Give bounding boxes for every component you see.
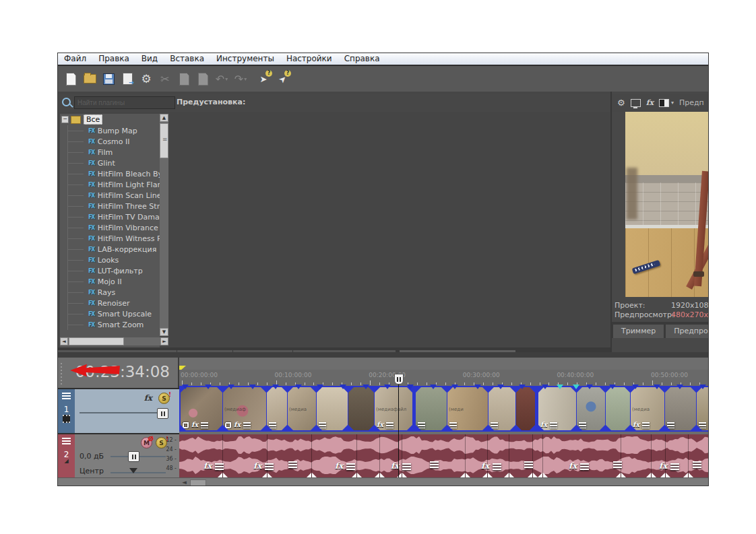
cut-icon[interactable]: ✂ [158, 71, 172, 86]
redo-icon[interactable]: ↷▾ [233, 71, 248, 86]
timeline-divider[interactable] [58, 352, 708, 358]
plugin-item[interactable]: FXSmart Upscale [60, 308, 160, 319]
plugin-item[interactable]: FXRays [60, 287, 160, 298]
fx-icon[interactable]: fx [540, 421, 547, 428]
plugin-item[interactable]: FXGlint [60, 158, 160, 168]
composite-level-slider[interactable] [80, 412, 164, 413]
volume-knob[interactable] [128, 451, 139, 462]
plugin-item[interactable]: FXHitFilm Light Flares [60, 179, 160, 190]
menu-icon[interactable] [402, 463, 411, 471]
fx-icon[interactable]: fx [253, 461, 261, 471]
track-fx-icon[interactable]: fx [144, 393, 152, 403]
menu-icon[interactable] [693, 461, 701, 469]
plugin-item[interactable]: FXHitFilm Bleach Byp [60, 168, 160, 179]
plugin-item[interactable]: FXSmart Zoom [60, 319, 160, 330]
plugin-item[interactable]: FXHitFilm Witness Pr [60, 233, 160, 244]
menu-icon[interactable] [346, 463, 355, 471]
menu-icon[interactable] [642, 422, 650, 428]
whats-this-help-icon[interactable]: ➤? [275, 71, 290, 86]
timeline-lanes[interactable]: 00:00:00:0000:10:00:0000:20:00:0000:30:0… [179, 358, 709, 486]
tree-vertical-scrollbar[interactable]: ▲ ▼ [160, 114, 168, 336]
drag-grip-icon[interactable] [61, 363, 62, 385]
menu-icon[interactable] [201, 422, 208, 428]
fx-icon[interactable]: fx [191, 421, 198, 428]
vertical-scroll-thumb[interactable] [160, 123, 168, 158]
plugin-item[interactable]: FXCosmo II [60, 136, 160, 147]
fx-icon[interactable]: fx [335, 461, 343, 471]
menu-icon[interactable] [613, 461, 622, 469]
tab-Триммер[interactable]: Триммер [613, 325, 664, 338]
menu-item[interactable]: Вставка [164, 53, 210, 65]
menu-icon[interactable] [288, 461, 297, 469]
fx-icon[interactable]: fx [481, 461, 489, 471]
video-event[interactable] [317, 387, 348, 430]
plugin-item[interactable]: FXLooks [60, 255, 160, 265]
video-event[interactable]: (медиаfx [631, 387, 664, 430]
menu-icon[interactable] [265, 463, 274, 471]
video-event[interactable]: (меди [447, 387, 488, 430]
crop-icon[interactable] [183, 422, 189, 428]
menu-icon[interactable] [386, 422, 393, 428]
plugin-item[interactable]: FXLUT-фильтр [60, 265, 160, 276]
video-track-strip[interactable]: 1 [58, 389, 75, 433]
video-event[interactable] [489, 387, 515, 430]
menu-item[interactable]: Вид [135, 53, 164, 65]
menu-icon[interactable] [243, 422, 251, 428]
menu-icon[interactable] [449, 422, 457, 428]
interactive-tutorials-icon[interactable]: ➤? [256, 71, 271, 86]
menu-item[interactable]: Файл [58, 53, 92, 65]
menu-icon[interactable] [491, 422, 498, 428]
fx-icon[interactable]: fx [633, 421, 639, 428]
crop-icon[interactable] [225, 422, 231, 428]
plugin-tree[interactable]: − Все FXBump MapFXCosmo IIFXFilmFXGlintF… [60, 114, 160, 354]
split-screen-icon[interactable]: ▾ [659, 99, 674, 107]
audio-track-header[interactable]: 2 ◢ Mⵁ S! 0,0 дБ Центр [58, 433, 179, 477]
scroll-left-icon[interactable]: ◄ [60, 337, 68, 345]
plugin-item[interactable]: FXFilm [60, 147, 160, 158]
video-event[interactable] [516, 387, 535, 430]
audio-track-lane[interactable]: fxfxfxfxfxfxfx [179, 434, 709, 477]
scroll-down-icon[interactable]: ▼ [160, 328, 168, 336]
plugin-item[interactable]: FXRenoiser [60, 298, 160, 308]
video-event[interactable] [697, 387, 709, 430]
collapse-icon[interactable]: − [61, 116, 69, 123]
plugin-item[interactable]: FXBump Map [60, 125, 160, 136]
scroll-right-icon[interactable]: ► [160, 337, 168, 345]
video-track-lane[interactable]: fx(медиафfx(медиа(медиафайлfx(медиfx(мед… [179, 386, 709, 432]
menu-icon[interactable] [699, 422, 706, 428]
plugin-item[interactable]: FXLAB-коррекция [60, 244, 160, 255]
pan-knob[interactable] [129, 468, 137, 473]
tree-horizontal-scrollbar[interactable]: ◄ ► [60, 337, 168, 345]
fx-icon[interactable]: fx [203, 461, 212, 471]
copy-icon[interactable] [177, 71, 191, 86]
menu-icon[interactable] [667, 422, 674, 428]
fx-icon[interactable]: fx [377, 421, 383, 428]
video-output-fx-icon[interactable]: fx [646, 98, 654, 107]
menu-item[interactable]: Инструменты [210, 53, 280, 65]
open-icon[interactable] [82, 71, 97, 86]
video-event[interactable]: (медиа [288, 387, 316, 430]
plugin-item[interactable]: FXMojo II [60, 276, 160, 287]
menu-icon[interactable] [430, 461, 439, 469]
undo-icon[interactable]: ↶▾ [214, 71, 229, 86]
menu-icon[interactable] [215, 463, 224, 471]
menu-icon[interactable] [524, 461, 533, 469]
plugin-item[interactable]: FXHitFilm Scan Lines [60, 190, 160, 201]
horizontal-scroll-thumb[interactable] [69, 337, 124, 345]
track-menu-icon[interactable] [62, 393, 71, 399]
menu-icon[interactable] [319, 422, 326, 428]
render-as-icon[interactable] [120, 71, 135, 86]
video-event[interactable] [665, 387, 696, 430]
menu-item[interactable]: Настройки [280, 53, 338, 65]
track-menu-icon[interactable] [62, 438, 71, 444]
plugin-item[interactable]: FXHitFilm TV Damage [60, 211, 160, 222]
menu-icon[interactable] [550, 422, 557, 428]
playhead-marker[interactable] [394, 374, 404, 385]
video-event[interactable] [416, 387, 447, 430]
external-monitor-icon[interactable] [631, 99, 641, 107]
plugin-search-input[interactable] [74, 96, 175, 109]
composite-level-knob[interactable] [157, 408, 168, 419]
video-event[interactable]: fx [181, 387, 222, 430]
preview-settings-gear-icon[interactable]: ⚙ [617, 98, 625, 108]
fx-icon[interactable]: fx [659, 461, 667, 471]
